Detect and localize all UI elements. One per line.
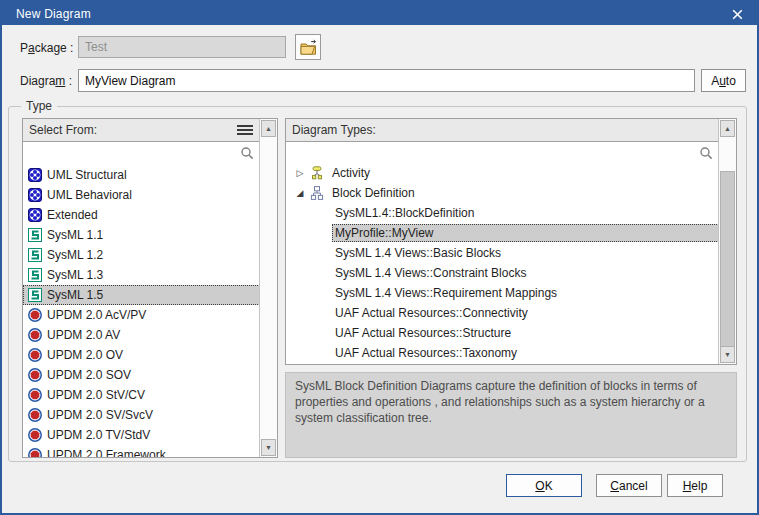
list-item-label: UPDM 2.0 TV/StdV	[47, 428, 150, 442]
tree-item-parent[interactable]: ▷ Activity	[286, 163, 719, 183]
diagram-types-panel: Diagram Types: ▷ Activity ◢ Block Defini…	[285, 118, 737, 365]
hamburger-menu-icon[interactable]	[236, 124, 254, 136]
updm-profile-icon	[28, 388, 42, 402]
tree-item[interactable]: UAF Actual Resources::Connectivity	[286, 303, 719, 323]
list-item-label: UPDM 2.0 SV/SvcV	[47, 408, 153, 422]
select-from-header-label: Select From:	[29, 123, 97, 137]
auto-button[interactable]: Auto	[701, 69, 746, 92]
dialog-title: New Diagram	[16, 7, 91, 21]
list-item[interactable]: UPDM 2.0 StV/CV	[23, 385, 260, 405]
scroll-down-icon: ▼	[724, 351, 731, 358]
search-icon[interactable]	[699, 146, 713, 160]
diagram-name-input[interactable]	[78, 69, 695, 92]
select-from-panel: Select From: UML Structural UML Behavior…	[22, 118, 278, 458]
ok-button[interactable]: OK	[506, 474, 582, 497]
tree-item[interactable]: UAF Actual Resources::Structure	[286, 323, 719, 343]
technology-list: UML Structural UML Behavioral Extended S…	[23, 165, 260, 457]
updm-profile-icon	[28, 368, 42, 382]
diagram-type-description: SysML Block Definition Diagrams capture …	[285, 372, 737, 458]
sysml-profile-icon	[28, 288, 42, 302]
tree-item-label: Block Definition	[329, 184, 418, 202]
scroll-up-button[interactable]: ▲	[261, 120, 276, 137]
uml-profile-icon	[28, 188, 42, 202]
tree-item[interactable]: SysML 1.4 Views::Basic Blocks	[286, 243, 719, 263]
browse-package-button[interactable]	[295, 34, 321, 60]
list-item-selected[interactable]: SysML 1.5	[23, 285, 260, 305]
updm-profile-icon	[28, 348, 42, 362]
tree-item[interactable]: UAF Actual Resources::Taxonomy	[286, 343, 719, 363]
tree-item-label: UAF Actual Resources::Structure	[332, 324, 719, 342]
scroll-up-icon: ▲	[265, 125, 272, 132]
title-bar: New Diagram	[2, 2, 757, 25]
scrollbar-thumb[interactable]	[720, 171, 735, 349]
updm-profile-icon	[28, 308, 42, 322]
sysml-profile-icon	[28, 248, 42, 262]
tree-item-parent[interactable]: ◢ Block Definition	[286, 183, 719, 203]
diagram-types-header: Diagram Types:	[286, 119, 719, 142]
list-item[interactable]: UPDM 2.0 AV	[23, 325, 260, 345]
scroll-down-icon: ▼	[265, 444, 272, 451]
list-item[interactable]: UPDM 2.0 AcV/PV	[23, 305, 260, 325]
diagram-types-scrollbar[interactable]: ▲ ▼	[718, 119, 736, 364]
list-item[interactable]: UML Structural	[23, 165, 260, 185]
tree-item-label: SysML 1.4 Views::Constraint Blocks	[332, 264, 719, 282]
tree-item-selected[interactable]: MyProfile::MyView	[286, 223, 719, 243]
tree-collapsed-icon[interactable]: ▷	[293, 168, 307, 178]
scroll-up-button[interactable]: ▲	[720, 120, 735, 137]
sysml-profile-icon	[28, 228, 42, 242]
close-button[interactable]	[727, 5, 747, 23]
list-item[interactable]: UML Behavioral	[23, 185, 260, 205]
list-item[interactable]: UPDM 2.0 SOV	[23, 365, 260, 385]
tree-item-label: SysML 1.4 Views::Requirement Mappings	[332, 284, 719, 302]
updm-profile-icon	[28, 408, 42, 422]
list-item-label: SysML 1.5	[47, 288, 103, 302]
tree-expanded-icon[interactable]: ◢	[293, 188, 307, 198]
list-item[interactable]: UPDM 2.0 SV/SvcV	[23, 405, 260, 425]
updm-profile-icon	[28, 428, 42, 442]
list-item[interactable]: Extended	[23, 205, 260, 225]
tree-item[interactable]: SysML 1.4 Views::Requirement Mappings	[286, 283, 719, 303]
diagram-label: Diagram :	[20, 74, 72, 88]
tree-item-label: UAF Actual Resources::Connectivity	[332, 304, 719, 322]
list-item-label: UPDM 2.0 SOV	[47, 368, 131, 382]
list-item[interactable]: SysML 1.2	[23, 245, 260, 265]
activity-diagram-icon	[310, 166, 324, 180]
tree-item-label: UAF Actual Resources::Taxonomy	[332, 344, 719, 362]
list-item-label: UML Structural	[47, 168, 127, 182]
scroll-down-button[interactable]: ▼	[720, 346, 735, 363]
list-item-label: UPDM 2.0 AV	[47, 328, 120, 342]
select-from-search-row	[23, 142, 260, 164]
list-item[interactable]: UPDM 2.0 TV/StdV	[23, 425, 260, 445]
cancel-button[interactable]: Cancel	[596, 474, 662, 497]
list-item-label: UML Behavioral	[47, 188, 132, 202]
folder-icon	[299, 39, 318, 56]
list-item-label: Extended	[47, 208, 98, 222]
list-item-label: UPDM 2.0 AcV/PV	[47, 308, 146, 322]
help-button[interactable]: Help	[667, 474, 723, 497]
list-item[interactable]: SysML 1.3	[23, 265, 260, 285]
list-item[interactable]: SysML 1.1	[23, 225, 260, 245]
package-field[interactable]	[78, 36, 286, 58]
tree-item[interactable]: SysML 1.4 Views::Constraint Blocks	[286, 263, 719, 283]
search-icon[interactable]	[240, 146, 254, 160]
list-item-label: UPDM 2.0 StV/CV	[47, 388, 145, 402]
list-item-label: SysML 1.3	[47, 268, 103, 282]
tree-item-label: SysML 1.4 Views::Basic Blocks	[332, 244, 719, 262]
tree-item[interactable]: SysML1.4::BlockDefinition	[286, 203, 719, 223]
select-from-header: Select From:	[23, 119, 260, 142]
package-label: Package :	[20, 41, 73, 55]
uml-profile-icon	[28, 208, 42, 222]
uml-profile-icon	[28, 168, 42, 182]
block-definition-icon	[310, 186, 324, 200]
list-item[interactable]: UPDM 2.0 OV	[23, 345, 260, 365]
list-item-label: SysML 1.2	[47, 248, 103, 262]
updm-profile-icon	[28, 328, 42, 342]
select-from-scrollbar[interactable]: ▲ ▼	[259, 119, 277, 457]
scroll-down-button[interactable]: ▼	[261, 439, 276, 456]
updm-profile-icon	[28, 448, 42, 457]
list-item[interactable]: UPDM 2.0 Framework	[23, 445, 260, 457]
diagram-types-tree: ▷ Activity ◢ Block Definition SysML1.4::…	[286, 163, 719, 364]
list-item-label: UPDM 2.0 OV	[47, 348, 123, 362]
tree-item-label: MyProfile::MyView	[332, 224, 719, 242]
tree-item-label: SysML1.4::BlockDefinition	[332, 204, 719, 222]
